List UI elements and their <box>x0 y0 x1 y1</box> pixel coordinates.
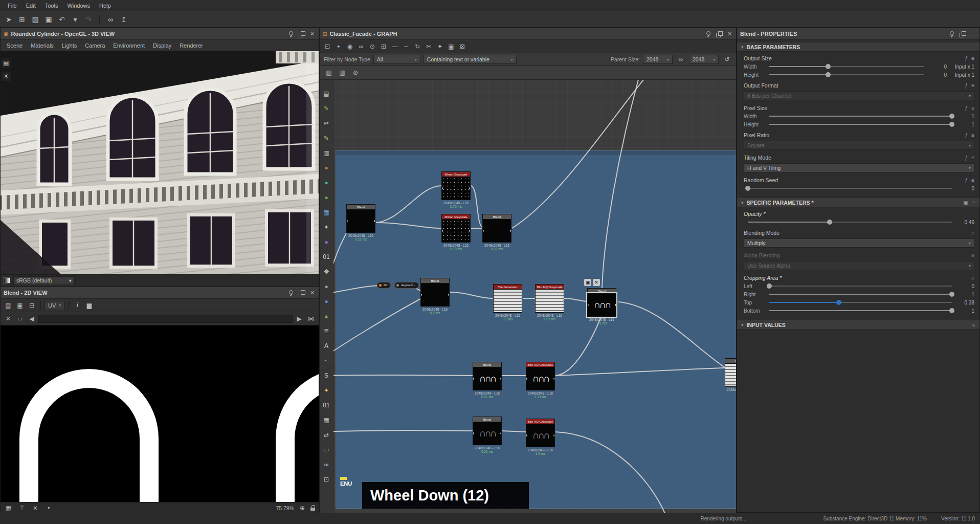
slider[interactable] <box>769 71 924 78</box>
random-seed-slider[interactable] <box>748 185 952 192</box>
curved-links-icon[interactable]: ∼ <box>401 41 411 52</box>
value-node-icon[interactable]: 01 <box>320 398 333 412</box>
expose-parameter-icon[interactable]: ƒ <box>965 83 968 89</box>
node-type-filter-dropdown[interactable]: All▾ <box>373 55 420 64</box>
image-icon[interactable]: ▣ <box>446 41 456 52</box>
graph-node[interactable]: ▣ ✕ Blend 2048x2048 - L16 0.22 ms <box>482 214 511 251</box>
graph-node[interactable]: ▣ ✕ Blur HQ Grayscale ∩∩∩ 2048x2048 - L1… <box>526 419 555 455</box>
graph-node[interactable]: ▣ ✕ Blend ∩∩∩ 2048x2048 - L16 0.1 ms <box>587 288 616 325</box>
image-stack-icon[interactable]: ▤ <box>2 58 11 68</box>
export-image-icon[interactable]: ⊟ <box>27 300 37 311</box>
view3d-menu-item[interactable]: Materials <box>27 40 58 51</box>
blending-mode-dropdown[interactable]: Multiply▾ <box>744 238 974 248</box>
crop-node-icon[interactable]: ✂ <box>320 116 333 130</box>
close-icon[interactable]: ✕ <box>726 31 733 37</box>
expose-parameter-icon[interactable]: ƒ <box>965 133 968 138</box>
parameter-menu-icon[interactable]: ≡ <box>971 133 974 138</box>
pin-icon[interactable] <box>705 31 711 37</box>
view3d-menu-item[interactable]: Camera <box>81 40 109 51</box>
graph-titlebar[interactable]: ⊞ Classic_Facade - GRAPH ✕ <box>320 28 736 40</box>
pixel-ratio-dropdown[interactable]: Square▾ <box>744 141 974 150</box>
triangle-node-icon[interactable]: ▲ <box>320 309 333 323</box>
expose-parameter-icon[interactable]: ƒ <box>965 56 968 61</box>
link-create-icon[interactable]: ∞ <box>356 41 366 52</box>
graph-canvas[interactable]: ▣ ✕ Blend 2048x2048 - L16 0.21 ms ▣ ✕ Mi… <box>320 80 736 513</box>
split-view-icon[interactable]: ▥ <box>337 68 347 78</box>
close-icon[interactable]: ✕ <box>309 290 316 296</box>
section-input-values[interactable]: ▾ INPUT VALUES + <box>737 320 979 330</box>
value-pill[interactable]: Dir <box>377 282 391 289</box>
path-input[interactable] <box>38 315 293 323</box>
parameter-menu-icon[interactable]: ≡ <box>971 275 974 281</box>
delete-icon[interactable]: ✕ <box>593 279 600 286</box>
pointer-icon[interactable]: ➤ <box>3 14 14 25</box>
tiling-mode-dropdown[interactable]: H and V Tiling▾ <box>744 163 974 172</box>
snap-icon[interactable]: ⊤ <box>17 503 27 513</box>
parent-width-dropdown[interactable]: 2048▾ <box>643 55 673 64</box>
parameter-menu-icon[interactable]: ≡ <box>971 56 974 61</box>
slider[interactable] <box>769 113 952 120</box>
view3d-menu-item[interactable]: Display <box>149 40 175 51</box>
menu-item[interactable]: Tools <box>40 0 63 11</box>
slider[interactable] <box>769 63 924 70</box>
pin-icon[interactable] <box>287 31 294 37</box>
link-node-icon[interactable]: ∞ <box>320 457 333 472</box>
camera-icon[interactable]: ◉ <box>345 41 355 52</box>
save-image-icon[interactable]: ▣ <box>15 300 25 311</box>
droplet-node-icon[interactable]: ● <box>320 175 333 190</box>
alpha-blending-dropdown[interactable]: Use Source Alpha▾ <box>744 261 974 270</box>
link-icon[interactable]: ∞ <box>105 14 116 25</box>
expose-parameter-icon[interactable]: ƒ <box>965 105 968 111</box>
float-icon[interactable] <box>959 31 966 37</box>
parameter-menu-icon[interactable]: ≡ <box>971 230 974 236</box>
wand-icon[interactable]: ✦ <box>435 41 445 52</box>
slider[interactable] <box>769 282 952 290</box>
layers-icon[interactable]: ⊞ <box>16 14 28 25</box>
back-icon[interactable]: ◀ <box>27 314 37 324</box>
gradient-node-icon[interactable]: ▥ <box>320 145 333 160</box>
play-icon[interactable]: ▶ <box>294 314 304 324</box>
expose-parameter-icon[interactable]: ƒ <box>965 178 968 183</box>
levels-node-icon[interactable]: ≣ <box>320 323 333 338</box>
float-icon[interactable] <box>298 290 305 296</box>
parameter-menu-icon[interactable]: ≡ <box>971 178 974 183</box>
duplicate-icon[interactable]: ▣ <box>584 279 591 286</box>
undo-history-caret-icon[interactable]: ▾ <box>70 14 81 25</box>
pin-icon[interactable] <box>287 290 294 296</box>
sphere-node-icon[interactable]: ● <box>320 160 333 175</box>
target-icon[interactable]: ⊕ <box>297 503 307 513</box>
close-icon[interactable]: ✕ <box>309 31 316 37</box>
menu-item[interactable]: Windows <box>62 0 95 11</box>
view3d-menu-item[interactable]: Scene <box>3 40 27 51</box>
splatter-node-icon[interactable]: ❋ <box>320 264 333 279</box>
cross-icon[interactable]: ✕ <box>30 503 40 513</box>
lock-icon[interactable] <box>310 505 316 511</box>
snapshot-icon[interactable]: ✂ <box>424 41 434 52</box>
s-curve-node-icon[interactable]: S <box>320 368 333 383</box>
expose-parameter-icon[interactable]: ƒ <box>965 155 968 161</box>
straight-links-icon[interactable]: ― <box>390 41 400 52</box>
graph-node[interactable]: ▣ ✕ Mirror Grayscale 2048x2048 - L16 0.7… <box>441 214 471 251</box>
view3d-titlebar[interactable]: ▣ Rounded Cylinder - OpenGL - 3D VIEW ✕ <box>1 28 319 40</box>
slider[interactable] <box>769 307 952 314</box>
parameter-menu-icon[interactable]: ≡ <box>971 105 974 111</box>
redo-icon[interactable]: ↷ <box>83 14 94 25</box>
svg-node-icon[interactable]: ✎ <box>320 101 333 116</box>
graph-node[interactable]: ▣ ✕ Blend ∩∩∩ 2048x2048 - L16 0.21 ms <box>473 362 502 399</box>
frame-node-icon[interactable]: ⊡ <box>320 472 333 487</box>
export-icon[interactable]: ↥ <box>118 14 129 25</box>
opacity-slider[interactable] <box>748 219 952 226</box>
leaf-node-icon[interactable]: ● <box>320 190 333 205</box>
float-icon[interactable] <box>298 31 305 37</box>
grid-node-icon[interactable]: ▦ <box>320 205 333 220</box>
info-icon[interactable]: i <box>72 300 82 311</box>
add-input-icon[interactable]: + <box>972 322 975 328</box>
select-icon[interactable]: ⊡ <box>322 41 332 52</box>
fit-view-icon[interactable]: ⊞ <box>378 41 389 52</box>
menu-item[interactable]: Edit <box>21 0 40 11</box>
view3d-menu-item[interactable]: Renderer <box>175 40 207 51</box>
view3d-menu-item[interactable]: Environment <box>109 40 149 51</box>
new-view-icon[interactable]: ▤ <box>3 300 13 311</box>
water-node-icon[interactable]: ● <box>320 294 333 309</box>
bitmap-node-icon[interactable]: ▤ <box>320 86 333 101</box>
